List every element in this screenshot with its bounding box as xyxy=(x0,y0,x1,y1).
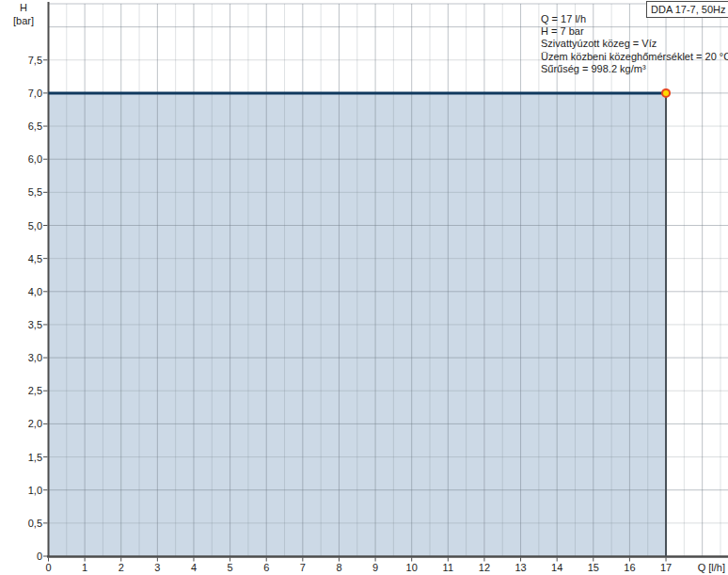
y-tick-label: 0,5 xyxy=(28,518,42,529)
x-tick-label: 9 xyxy=(372,562,378,573)
x-tick-label: 10 xyxy=(406,562,418,573)
y-tick-label: 2,0 xyxy=(28,418,42,429)
x-tick-label: 3 xyxy=(154,562,160,573)
y-tick-label: 5,0 xyxy=(28,220,42,232)
y-tick-label: 3,0 xyxy=(28,352,42,363)
annotation-medium: Szivattyúzott közeg = Víz xyxy=(541,38,728,50)
x-tick-label: 7 xyxy=(300,562,306,573)
x-tick-label: 17 xyxy=(660,562,672,573)
operating-point-marker[interactable] xyxy=(662,89,670,97)
x-tick-label: 1 xyxy=(82,562,87,573)
x-tick-label: 5 xyxy=(228,562,233,573)
x-tick-label: 8 xyxy=(336,562,341,573)
x-tick-label: 4 xyxy=(191,562,197,573)
y-tick-label: 2,5 xyxy=(28,385,42,396)
annotation-density: Sűrűség = 998.2 kg/m³ xyxy=(541,63,728,75)
legend-pump-model-label: DDA 17-7, 50Hz xyxy=(651,4,725,15)
pump-curve-chart: 01234567891011121314151617Q [l/h]00,51,0… xyxy=(0,0,728,575)
x-tick-label: 16 xyxy=(624,562,635,573)
pump-curve-panel: 01234567891011121314151617Q [l/h]00,51,0… xyxy=(0,0,728,575)
x-tick-label: 14 xyxy=(551,562,562,573)
y-axis-title: H xyxy=(20,2,27,13)
y-tick-label: 3,5 xyxy=(28,319,42,330)
annotation-temperature: Üzem közbeni közeghőmérséklet = 20 °C xyxy=(541,51,728,63)
y-tick-label: 4,5 xyxy=(28,253,42,264)
x-tick-label: 11 xyxy=(443,562,453,573)
x-tick-label: 12 xyxy=(479,562,490,573)
y-tick-label: 1,0 xyxy=(28,485,42,496)
y-tick-label: 1,5 xyxy=(28,452,42,463)
x-tick-label: 13 xyxy=(514,562,526,573)
x-tick-label: 0 xyxy=(45,562,51,573)
y-tick-label: 0 xyxy=(37,551,42,562)
annotation-head: H = 7 bar xyxy=(541,25,728,38)
y-tick-label: 5,5 xyxy=(28,186,42,198)
legend-pump-model: DDA 17-7, 50Hz xyxy=(646,1,728,18)
x-axis-label: Q [l/h] xyxy=(698,562,725,573)
y-axis-title-unit: [bar] xyxy=(13,15,34,26)
y-tick-label: 6,0 xyxy=(28,153,42,165)
y-tick-label: 4,0 xyxy=(28,286,42,297)
y-tick-label: 7,5 xyxy=(28,55,42,66)
duty-point-annotation: Q = 17 l/h H = 7 bar Szivattyúzott közeg… xyxy=(541,13,728,75)
y-tick-label: 6,5 xyxy=(28,120,42,132)
y-tick-label: 7,0 xyxy=(28,88,42,99)
x-tick-label: 6 xyxy=(263,562,269,573)
x-tick-label: 2 xyxy=(119,562,124,573)
x-tick-label: 15 xyxy=(588,562,599,573)
